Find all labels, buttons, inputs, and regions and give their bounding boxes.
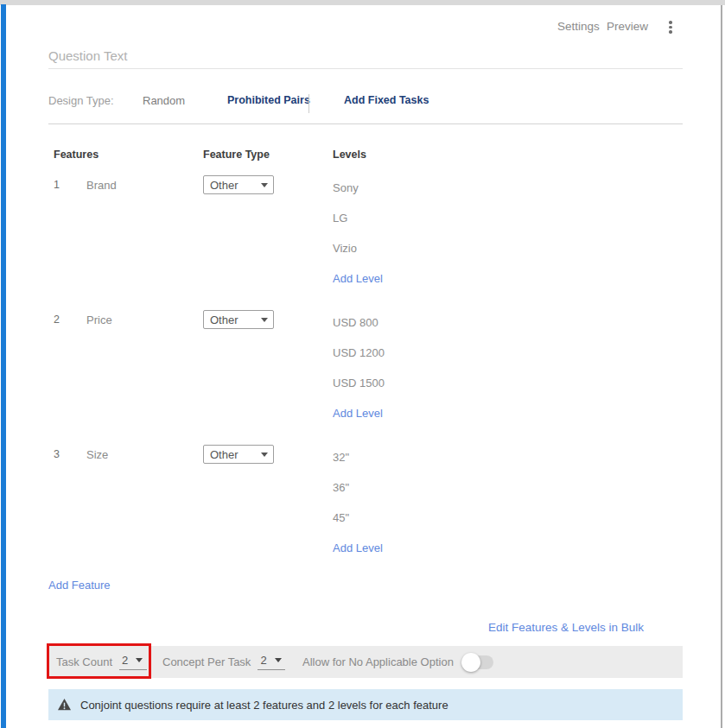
column-header-features: Features	[54, 149, 99, 161]
level-item[interactable]: 45"	[333, 508, 383, 538]
concept-per-task-control: Concept Per Task 2	[162, 646, 285, 678]
no-applicable-toggle[interactable]	[464, 655, 493, 669]
column-header-levels: Levels	[333, 149, 366, 161]
level-item[interactable]: USD 800	[333, 313, 385, 343]
concept-per-task-label: Concept Per Task	[162, 655, 251, 668]
column-header-feature-type: Feature Type	[203, 149, 270, 161]
feature-index: 2	[54, 313, 60, 326]
card-right-border	[721, 5, 722, 728]
chevron-down-icon	[261, 318, 268, 322]
toggle-knob	[461, 653, 480, 672]
no-applicable-label: Allow for No Applicable Option	[302, 655, 454, 668]
concept-per-task-value: 2	[260, 654, 266, 667]
task-count-label: Task Count	[56, 655, 112, 668]
question-text-input[interactable]	[48, 43, 683, 69]
feature-type-value: Other	[210, 448, 238, 461]
level-item[interactable]: USD 1200	[333, 343, 385, 373]
settings-link[interactable]: Settings	[557, 20, 600, 33]
feature-type-value: Other	[210, 313, 238, 326]
warning-banner: Conjoint questions require at least 2 fe…	[48, 689, 683, 720]
task-count-control: Task Count 2	[56, 646, 147, 678]
level-item[interactable]: 36"	[333, 478, 383, 508]
chevron-down-icon	[275, 658, 282, 662]
prohibited-pairs-link[interactable]: Prohibited Pairs	[227, 94, 310, 106]
add-level-link[interactable]: Add Level	[333, 403, 385, 434]
level-item[interactable]: LG	[333, 208, 383, 238]
add-level-link[interactable]: Add Level	[333, 538, 383, 568]
feature-type-select[interactable]: Other	[203, 445, 274, 464]
accent-left-stripe	[1, 4, 6, 728]
chevron-down-icon	[136, 658, 143, 662]
kebab-menu-icon[interactable]	[665, 21, 676, 34]
design-type-label: Design Type:	[48, 94, 114, 107]
levels-column: USD 800 USD 1200 USD 1500 Add Level	[333, 313, 385, 434]
warning-icon	[57, 698, 72, 712]
divider	[308, 94, 309, 113]
task-count-value: 2	[122, 654, 128, 667]
no-applicable-control: Allow for No Applicable Option	[302, 646, 493, 678]
feature-type-value: Other	[210, 179, 238, 192]
window-top-bar	[0, 0, 725, 5]
preview-link[interactable]: Preview	[607, 20, 648, 33]
add-level-link[interactable]: Add Level	[333, 269, 383, 299]
task-count-dropdown[interactable]: 2	[119, 654, 147, 670]
concept-per-task-dropdown[interactable]: 2	[258, 654, 285, 670]
add-feature-link[interactable]: Add Feature	[48, 579, 111, 592]
design-type-row: Design Type: Random Prohibited Pairs Add…	[0, 94, 725, 111]
feature-name[interactable]: Brand	[86, 179, 117, 192]
level-item[interactable]: 32"	[333, 447, 383, 478]
level-item[interactable]: Sony	[333, 178, 383, 208]
feature-index: 3	[54, 448, 60, 460]
feature-row-brand: 1 Brand Other Sony LG Vizio Add Level	[48, 175, 683, 305]
feature-type-select[interactable]: Other	[203, 310, 274, 329]
section-divider	[48, 123, 683, 124]
edit-bulk-link[interactable]: Edit Features & Levels in Bulk	[48, 621, 644, 634]
level-item[interactable]: USD 1500	[333, 373, 385, 403]
warning-text: Conjoint questions require at least 2 fe…	[80, 699, 448, 712]
feature-row-size: 3 Size Other 32" 36" 45" Add Level	[48, 445, 683, 574]
feature-name[interactable]: Price	[86, 313, 112, 326]
level-item[interactable]: Vizio	[333, 238, 383, 269]
feature-index: 1	[54, 179, 60, 191]
chevron-down-icon	[261, 183, 268, 187]
levels-column: Sony LG Vizio Add Level	[333, 178, 383, 299]
feature-type-select[interactable]: Other	[203, 175, 274, 194]
design-type-value[interactable]: Random	[143, 94, 185, 107]
feature-name[interactable]: Size	[86, 448, 108, 461]
task-settings-bar: Task Count 2 Concept Per Task 2 Allow fo…	[48, 646, 683, 678]
levels-column: 32" 36" 45" Add Level	[333, 447, 383, 568]
add-fixed-tasks-link[interactable]: Add Fixed Tasks	[344, 94, 429, 106]
chevron-down-icon	[261, 453, 268, 457]
feature-row-price: 2 Price Other USD 800 USD 1200 USD 1500 …	[48, 310, 683, 440]
